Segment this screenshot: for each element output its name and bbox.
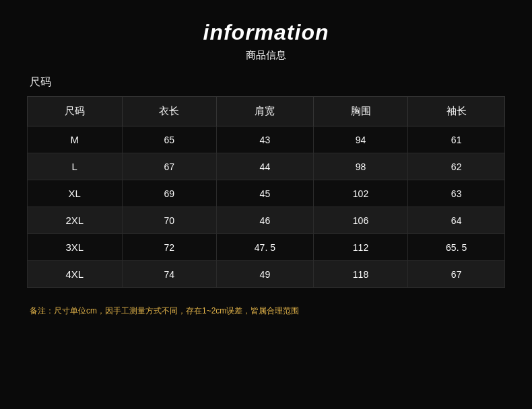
table-cell-shoulder: 46: [217, 207, 314, 234]
table-cell-chest: 118: [313, 261, 408, 288]
table-cell-sleeve: 67: [408, 261, 505, 288]
footnote: 备注：尺寸单位cm，因手工测量方式不同，存在1~2cm误差，皆属合理范围: [27, 305, 505, 317]
table-cell-sleeve: 62: [408, 153, 505, 180]
table-cell-sleeve: 63: [408, 180, 505, 207]
table-cell-size: 2XL: [28, 207, 123, 234]
table-row: L67449862: [28, 153, 505, 180]
col-header-chest: 胸围: [313, 97, 408, 126]
table-cell-size: 4XL: [28, 261, 123, 288]
table-cell-length: 70: [122, 207, 217, 234]
col-header-sleeve: 袖长: [408, 97, 505, 126]
table-cell-size: XL: [28, 180, 123, 207]
table-cell-chest: 94: [313, 126, 408, 153]
table-cell-chest: 106: [313, 207, 408, 234]
col-header-size: 尺码: [28, 97, 123, 126]
table-cell-sleeve: 65. 5: [408, 234, 505, 261]
table-row: 4XL744911867: [28, 261, 505, 288]
table-cell-length: 72: [122, 234, 217, 261]
section-label: 尺码: [27, 75, 505, 89]
table-row: XL694510263: [28, 180, 505, 207]
table-cell-length: 69: [122, 180, 217, 207]
table-row: 3XL7247. 511265. 5: [28, 234, 505, 261]
table-cell-sleeve: 64: [408, 207, 505, 234]
table-cell-size: L: [28, 153, 123, 180]
page-title: information: [203, 20, 329, 45]
table-cell-shoulder: 47. 5: [217, 234, 314, 261]
table-cell-shoulder: 49: [217, 261, 314, 288]
subtitle: 商品信息: [246, 49, 286, 62]
table-cell-shoulder: 45: [217, 180, 314, 207]
table-cell-length: 65: [122, 126, 217, 153]
table-cell-chest: 112: [313, 234, 408, 261]
table-cell-size: M: [28, 126, 123, 153]
table-cell-chest: 98: [313, 153, 408, 180]
table-cell-length: 74: [122, 261, 217, 288]
table-row: 2XL704610664: [28, 207, 505, 234]
table-cell-shoulder: 44: [217, 153, 314, 180]
table-cell-chest: 102: [313, 180, 408, 207]
table-cell-size: 3XL: [28, 234, 123, 261]
table-cell-length: 67: [122, 153, 217, 180]
table-cell-sleeve: 61: [408, 126, 505, 153]
table-row: M65439461: [28, 126, 505, 153]
table-cell-shoulder: 43: [217, 126, 314, 153]
size-table: 尺码 衣长 肩宽 胸围 袖长 M65439461L67449862XL69451…: [27, 96, 505, 288]
table-header-row: 尺码 衣长 肩宽 胸围 袖长: [28, 97, 505, 126]
col-header-length: 衣长: [122, 97, 217, 126]
col-header-shoulder: 肩宽: [217, 97, 314, 126]
